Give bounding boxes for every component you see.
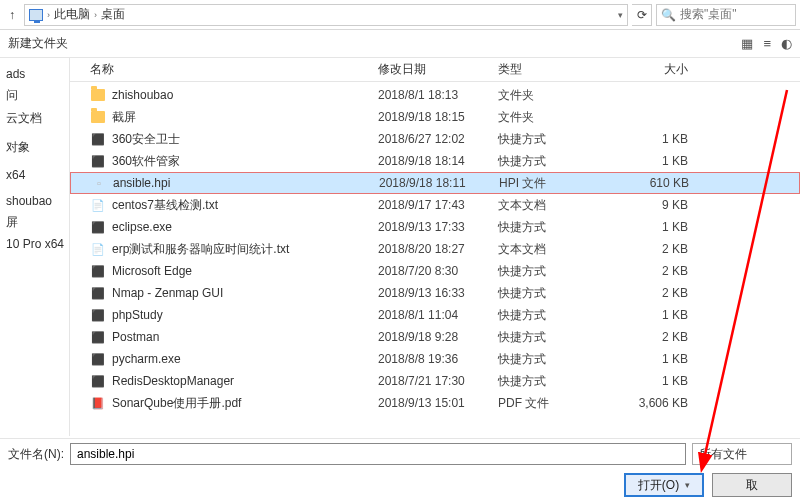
main-area: ads问云文档对象x64shoubao屏 10 Pro x64 名称 修改日期 … — [0, 58, 800, 436]
file-type: 快捷方式 — [498, 329, 608, 346]
file-type: 快捷方式 — [498, 307, 608, 324]
pc-icon — [29, 9, 43, 21]
file-name: RedisDesktopManager — [112, 374, 378, 388]
txt-icon: 📄 — [90, 197, 106, 213]
table-row[interactable]: ⬛phpStudy2018/8/1 11:04快捷方式1 KB — [70, 304, 800, 326]
file-date: 2018/7/21 17:30 — [378, 374, 498, 388]
txt-icon: 📄 — [90, 241, 106, 257]
app-icon: ⬛ — [90, 373, 106, 389]
table-row[interactable]: zhishoubao2018/8/1 18:13文件夹 — [70, 84, 800, 106]
col-date[interactable]: 修改日期 — [378, 61, 498, 78]
table-row[interactable]: 截屏2018/9/18 18:15文件夹 — [70, 106, 800, 128]
table-row[interactable]: 📄erp测试和服务器响应时间统计.txt2018/8/20 18:27文本文档2… — [70, 238, 800, 260]
file-name: ansible.hpi — [113, 176, 379, 190]
refresh-button[interactable]: ⟳ — [632, 4, 652, 26]
col-size[interactable]: 大小 — [608, 61, 718, 78]
chevron-down-icon[interactable]: ▾ — [618, 10, 623, 20]
path-root: 此电脑 — [54, 6, 90, 23]
sidebar-item[interactable]: ads — [4, 64, 65, 84]
sidebar-item[interactable]: shoubao — [4, 191, 65, 211]
table-row[interactable]: ⬛Postman2018/9/18 9:28快捷方式2 KB — [70, 326, 800, 348]
file-type: 快捷方式 — [498, 219, 608, 236]
file-size: 1 KB — [608, 374, 718, 388]
view-list-icon[interactable]: ≡ — [763, 36, 771, 51]
file-type: 快捷方式 — [498, 263, 608, 280]
file-name: erp测试和服务器响应时间统计.txt — [112, 241, 378, 258]
chevron-right-icon: › — [47, 10, 50, 20]
app-icon: ⬛ — [90, 307, 106, 323]
file-type: 快捷方式 — [498, 373, 608, 390]
file-date: 2018/9/13 17:33 — [378, 220, 498, 234]
file-date: 2018/9/13 16:33 — [378, 286, 498, 300]
table-row[interactable]: ⬛Nmap - Zenmap GUI2018/9/13 16:33快捷方式2 K… — [70, 282, 800, 304]
file-size: 2 KB — [608, 264, 718, 278]
file-date: 2018/6/27 12:02 — [378, 132, 498, 146]
file-date: 2018/8/8 19:36 — [378, 352, 498, 366]
table-row[interactable]: ▫ansible.hpi2018/9/18 18:11HPI 文件610 KB — [70, 172, 800, 194]
table-row[interactable]: 📄centos7基线检测.txt2018/9/17 17:43文本文档9 KB — [70, 194, 800, 216]
file-date: 2018/7/20 8:30 — [378, 264, 498, 278]
file-size: 3,606 KB — [608, 396, 718, 410]
sidebar-item[interactable]: x64 — [4, 165, 65, 185]
file-name: 截屏 — [112, 109, 378, 126]
file-type: PDF 文件 — [498, 395, 608, 412]
sidebar-item[interactable]: 问 — [4, 84, 65, 107]
file-size: 1 KB — [608, 352, 718, 366]
hpi-icon: ▫ — [91, 175, 107, 191]
table-row[interactable]: ⬛360安全卫士2018/6/27 12:02快捷方式1 KB — [70, 128, 800, 150]
open-button-label: 打开(O) — [638, 477, 679, 494]
table-row[interactable]: 📕SonarQube使用手册.pdf2018/9/13 15:01PDF 文件3… — [70, 392, 800, 414]
file-date: 2018/9/13 15:01 — [378, 396, 498, 410]
view-thumb-icon[interactable]: ▦ — [741, 36, 753, 51]
file-date: 2018/9/18 9:28 — [378, 330, 498, 344]
table-row[interactable]: ⬛pycharm.exe2018/8/8 19:36快捷方式1 KB — [70, 348, 800, 370]
chevron-down-icon: ▾ — [685, 480, 690, 490]
file-type: 快捷方式 — [498, 351, 608, 368]
file-date: 2018/8/20 18:27 — [378, 242, 498, 256]
new-folder-button[interactable]: 新建文件夹 — [8, 35, 68, 52]
file-name: eclipse.exe — [112, 220, 378, 234]
file-date: 2018/9/17 17:43 — [378, 198, 498, 212]
help-icon[interactable]: ◐ — [781, 36, 792, 51]
open-button[interactable]: 打开(O) ▾ — [624, 473, 704, 497]
file-name: 360软件管家 — [112, 153, 378, 170]
app-icon: ⬛ — [90, 263, 106, 279]
file-size: 610 KB — [609, 176, 719, 190]
file-name: pycharm.exe — [112, 352, 378, 366]
file-date: 2018/9/18 18:15 — [378, 110, 498, 124]
sidebar-item[interactable]: 对象 — [4, 136, 65, 159]
table-row[interactable]: ⬛Microsoft Edge2018/7/20 8:30快捷方式2 KB — [70, 260, 800, 282]
app-icon: ⬛ — [90, 153, 106, 169]
path-folder: 桌面 — [101, 6, 125, 23]
file-name: 360安全卫士 — [112, 131, 378, 148]
file-list: 名称 修改日期 类型 大小 zhishoubao2018/8/1 18:13文件… — [70, 58, 800, 436]
col-name[interactable]: 名称 — [90, 61, 378, 78]
file-date: 2018/8/1 11:04 — [378, 308, 498, 322]
filename-input[interactable] — [70, 443, 686, 465]
app-icon: ⬛ — [90, 285, 106, 301]
app-icon: ⬛ — [90, 131, 106, 147]
cancel-button[interactable]: 取 — [712, 473, 792, 497]
filetype-filter[interactable]: 所有文件 — [692, 443, 792, 465]
search-input[interactable]: 🔍 搜索"桌面" — [656, 4, 796, 26]
sidebar-item[interactable]: 云文档 — [4, 107, 65, 130]
table-row[interactable]: ⬛eclipse.exe2018/9/13 17:33快捷方式1 KB — [70, 216, 800, 238]
file-type: 快捷方式 — [498, 153, 608, 170]
sidebar-item[interactable]: 10 Pro x64 — [4, 234, 65, 254]
up-icon[interactable]: ↑ — [4, 7, 20, 23]
file-name: centos7基线检测.txt — [112, 197, 378, 214]
app-icon: ⬛ — [90, 329, 106, 345]
table-row[interactable]: ⬛360软件管家2018/9/18 18:14快捷方式1 KB — [70, 150, 800, 172]
table-row[interactable]: ⬛RedisDesktopManager2018/7/21 17:30快捷方式1… — [70, 370, 800, 392]
col-type[interactable]: 类型 — [498, 61, 608, 78]
address-bar: ↑ › 此电脑 › 桌面 ▾ ⟳ 🔍 搜索"桌面" — [0, 0, 800, 30]
file-type: 文本文档 — [498, 241, 608, 258]
sidebar-item[interactable]: 屏 — [4, 211, 65, 234]
search-placeholder: 搜索"桌面" — [680, 6, 737, 23]
filename-label: 文件名(N): — [8, 446, 64, 463]
path-box[interactable]: › 此电脑 › 桌面 ▾ — [24, 4, 628, 26]
file-name: Postman — [112, 330, 378, 344]
file-size: 1 KB — [608, 154, 718, 168]
file-name: zhishoubao — [112, 88, 378, 102]
file-size: 1 KB — [608, 220, 718, 234]
